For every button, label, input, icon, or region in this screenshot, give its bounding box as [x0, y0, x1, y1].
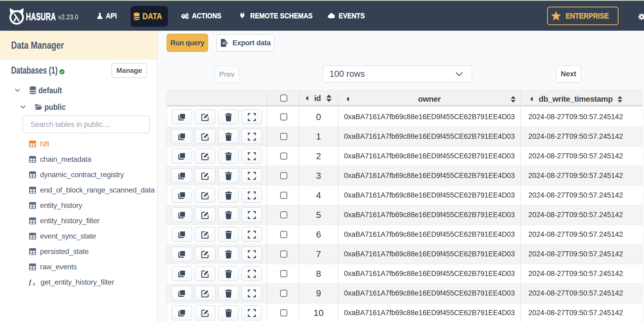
svg-text:f: f	[29, 279, 32, 286]
svg-text:x: x	[33, 281, 35, 286]
